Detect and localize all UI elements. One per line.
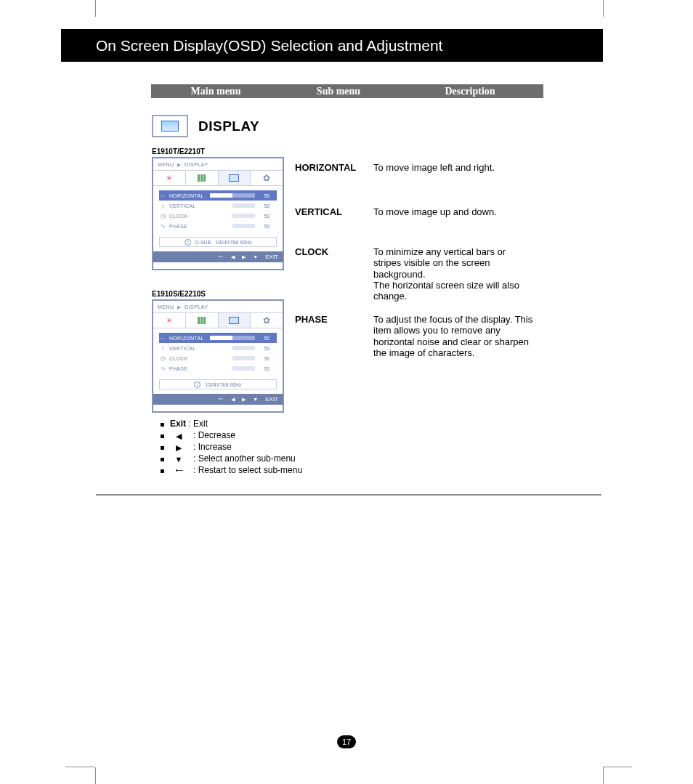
info-icon: i	[185, 239, 191, 246]
osd-row-label: PHASE	[169, 224, 207, 229]
legend-exit-label: Exit	[170, 419, 186, 429]
crop-mark	[603, 767, 632, 767]
osd-row-value: 50	[258, 214, 270, 219]
display-heading-row: DISPLAY	[152, 115, 259, 137]
osd-section-label: DISPLAY	[185, 304, 208, 310]
clock-icon: ◷	[159, 355, 166, 362]
left-arrow-icon: ◀	[170, 431, 187, 441]
osd-slider	[210, 214, 255, 218]
right-arrow-icon: ▶	[242, 397, 246, 403]
osd-slider	[210, 366, 255, 371]
osd-row-vertical: ↕ VERTICAL 50	[159, 201, 277, 211]
osd-tab-others: ✿	[251, 313, 283, 328]
osd-slider	[210, 346, 255, 350]
crop-mark	[95, 767, 96, 784]
osd-row-label: VERTICAL	[169, 203, 207, 209]
osd-row-horizontal: ↔ HORIZONTAL 50	[159, 190, 277, 201]
osd-body: ↔ HORIZONTAL 50 ↕ VERTICAL 50 ◷ CLOCK 50…	[153, 328, 283, 375]
legend-increase: ▶ : Increase	[161, 442, 302, 453]
return-icon: ⭠	[170, 466, 187, 476]
horizontal-icon: ↔	[159, 335, 166, 342]
osd-tab-brightness: ☀	[153, 313, 186, 328]
osd-row-phase: ∿ PHASE 50	[159, 363, 277, 373]
osd-status-bar: i 1024X768 60Hz	[159, 379, 277, 389]
crop-mark	[603, 767, 604, 784]
down-arrow-icon: ▼	[253, 254, 258, 259]
legend-restart-text: : Restart to select sub-menu	[193, 465, 302, 477]
right-arrow-icon: ▶	[170, 442, 187, 453]
left-arrow-icon: ◀	[231, 397, 235, 403]
legend-decrease-text: : Decrease	[193, 430, 235, 442]
osd-row-value: 50	[258, 193, 270, 198]
submenu-description: To move image left and right.	[373, 162, 535, 173]
osd-tab-color	[186, 171, 219, 185]
osd-tab-display	[219, 171, 251, 185]
right-arrow-icon: ▶	[242, 254, 246, 260]
osd-footer: ⭠ ◀ ▶ ▼ EXIT	[153, 394, 283, 405]
col-description: Description	[397, 86, 543, 97]
info-icon: i	[194, 381, 200, 388]
osd-exit-label: EXIT	[265, 396, 278, 403]
left-arrow-icon: ◀	[231, 254, 235, 260]
gear-icon: ✿	[263, 173, 270, 183]
osd-mode: 1024X768 60Hz	[205, 382, 241, 387]
desc-clock: CLOCK To minimize any vertical bars or s…	[295, 246, 535, 302]
osd-row-value: 50	[258, 366, 270, 371]
osd-connector: D-SUB	[195, 240, 211, 245]
osd-row-value: 50	[258, 203, 270, 209]
osd-row-value: 50	[258, 224, 270, 229]
osd-slider	[210, 193, 255, 198]
osd-exit-label: EXIT	[265, 254, 278, 260]
submenu-label: VERTICAL	[295, 206, 372, 217]
osd-row-label: CLOCK	[169, 214, 207, 219]
osd-row-clock: ◷ CLOCK 50	[159, 353, 277, 363]
bullet-icon	[161, 435, 164, 438]
osd-row-label: CLOCK	[169, 356, 207, 361]
osd-row-vertical: ↕ VERTICAL 50	[159, 343, 277, 353]
osd-tab-strip: ☀ ✿	[153, 170, 283, 186]
bars-icon	[198, 174, 206, 182]
osd-tab-brightness: ☀	[153, 171, 186, 185]
osd-row-value: 50	[258, 336, 270, 341]
clock-icon: ◷	[159, 213, 166, 219]
osd-screenshot-t: MENU ▶ DISPLAY ☀ ✿ ↔ HORIZONTAL 50 ↕ VER…	[152, 157, 284, 270]
page-title-bar: On Screen Display(OSD) Selection and Adj…	[61, 29, 603, 62]
sun-icon: ☀	[166, 174, 173, 183]
col-main-menu: Main menu	[151, 86, 280, 97]
page-title: On Screen Display(OSD) Selection and Adj…	[96, 37, 442, 54]
page-number: 17	[342, 737, 351, 746]
desc-phase: PHASE To adjust the focus of the display…	[295, 314, 535, 358]
display-heading: DISPLAY	[198, 118, 259, 134]
display-icon	[152, 115, 188, 137]
bullet-icon	[161, 469, 164, 473]
model-label-t: E1910T/E2210T	[152, 147, 205, 155]
chevron-right-icon: ▶	[177, 304, 182, 310]
chevron-right-icon: ▶	[177, 162, 182, 167]
osd-row-label: VERTICAL	[169, 346, 207, 351]
legend-select-text: : Select another sub-menu	[193, 453, 296, 465]
osd-status-bar: i D-SUB 1024X768 60Hz	[159, 237, 277, 247]
osd-slider	[210, 203, 255, 208]
osd-slider	[210, 356, 255, 360]
osd-body: ↔ HORIZONTAL 50 ↕ VERTICAL 50 ◷ CLOCK 50…	[153, 186, 283, 233]
column-header-strip: Main menu Sub menu Description	[151, 84, 543, 98]
submenu-description: To move image up and down.	[373, 206, 535, 217]
legend-restart: ⭠ : Restart to select sub-menu	[161, 465, 302, 477]
legend-decrease: ◀ : Decrease	[161, 430, 302, 442]
submenu-label: CLOCK	[295, 246, 372, 257]
osd-section-label: DISPLAY	[185, 162, 208, 167]
osd-slider	[210, 336, 255, 340]
osd-tab-strip: ☀ ✿	[153, 312, 283, 328]
vertical-icon: ↕	[159, 345, 166, 352]
desc-horizontal: HORIZONTAL To move image left and right.	[295, 162, 535, 173]
legend-increase-text: : Increase	[193, 442, 232, 453]
osd-row-label: PHASE	[169, 366, 207, 371]
model-label-s: E1910S/E2210S	[152, 290, 206, 298]
bullet-icon	[161, 458, 164, 461]
gear-icon: ✿	[263, 315, 270, 326]
horizontal-icon: ↔	[159, 193, 166, 199]
legend-select: ▼ : Select another sub-menu	[161, 453, 302, 465]
screen-icon	[229, 317, 239, 324]
osd-screenshot-s: MENU ▶ DISPLAY ☀ ✿ ↔ HORIZONTAL 50 ↕ VER…	[152, 299, 284, 413]
sun-icon: ☀	[166, 316, 173, 326]
